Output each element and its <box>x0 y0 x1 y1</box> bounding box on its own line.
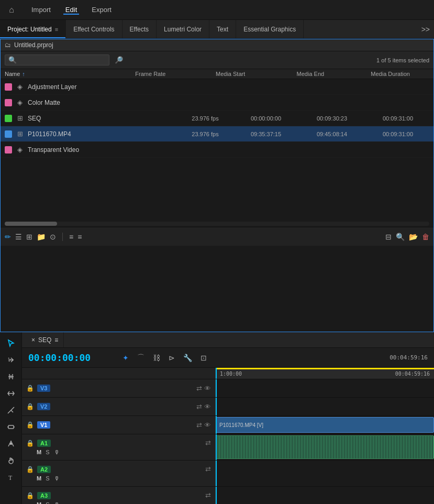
rate-stretch-btn[interactable] <box>4 386 18 401</box>
track-insert-a1[interactable]: ⇄ <box>205 439 211 447</box>
track-content-v2[interactable] <box>216 398 434 415</box>
audio-solo-a1[interactable]: S <box>46 449 49 455</box>
nav-export[interactable]: Export <box>90 5 114 15</box>
track-badge-a2[interactable]: A2 <box>37 466 51 473</box>
captions-tool[interactable]: ⊡ <box>198 352 209 364</box>
search-input[interactable] <box>19 57 103 63</box>
audio-solo-a3[interactable]: S <box>46 501 49 504</box>
tab-lumetri[interactable]: Lumetri Color <box>157 20 209 38</box>
list-item[interactable]: ◈ Color Matte <box>1 95 433 111</box>
tabs-more-btn[interactable]: >> <box>417 20 434 38</box>
track-select-fwd-btn[interactable] <box>4 353 18 367</box>
audio-mic-a1[interactable]: 🎙 <box>54 449 60 455</box>
audio-mute-a3[interactable]: M <box>37 501 41 504</box>
timeline-ruler[interactable]: 1:00:00 00:04:59:16 <box>22 368 434 379</box>
track-content-v3[interactable] <box>216 379 434 397</box>
track-insert-a2[interactable]: ⇄ <box>205 465 211 473</box>
razor-tool-btn[interactable] <box>4 403 18 418</box>
track-badge-v2[interactable]: V2 <box>37 403 50 410</box>
nav-import[interactable]: Import <box>29 5 53 15</box>
track-eye-v3[interactable]: 👁 <box>204 385 211 392</box>
timeline-tab-close[interactable]: × <box>31 336 35 344</box>
link-tool[interactable]: ⛓ <box>151 352 162 364</box>
tab-effects[interactable]: Effects <box>123 20 157 38</box>
icon-view-icon[interactable]: ⊞ <box>26 233 32 241</box>
columns-icon[interactable]: ⊟ <box>385 233 392 241</box>
track-lock-v1[interactable]: 🔒 <box>26 421 34 429</box>
audio-solo-a2[interactable]: S <box>46 475 49 481</box>
add-marker-tool[interactable]: ⌒ <box>135 352 147 364</box>
tab-text[interactable]: Text <box>209 20 236 38</box>
item-color-3 <box>5 115 12 122</box>
list-item[interactable]: ⊞ SEQ 23.976 fps 00:00:00:00 00:09:30:23… <box>1 111 433 126</box>
timeline-tab-seq[interactable]: × SEQ ≡ <box>26 332 64 347</box>
item-name-1: Adjustment Layer <box>28 83 176 91</box>
new-item-icon[interactable]: ✏ <box>5 233 11 241</box>
nav-edit[interactable]: Edit <box>63 5 79 15</box>
list-item[interactable]: ⊞ P1011670.MP4 23.976 fps 09:35:37:15 09… <box>1 126 433 142</box>
align2-icon[interactable]: ≡ <box>77 233 82 241</box>
track-insert-v2[interactable]: ⇄ <box>196 403 202 411</box>
audio-mute-a1[interactable]: M <box>37 449 41 455</box>
audio-label-top-a2: 🔒 A2 ⇄ <box>26 465 211 473</box>
folder-icon-btn[interactable]: 📁 <box>37 233 46 241</box>
filter-icon[interactable]: 🔎 <box>113 55 125 65</box>
track-lock-v2[interactable]: 🔒 <box>26 403 34 410</box>
audio-mic-a3[interactable]: 🎙 <box>54 501 60 504</box>
track-content-a1[interactable] <box>216 434 434 460</box>
hand-tool-btn[interactable] <box>4 453 18 468</box>
clip-a1[interactable] <box>216 435 434 459</box>
h-scrollbar[interactable] <box>5 222 429 226</box>
slip-tool-btn[interactable] <box>4 420 18 434</box>
ripple-edit-btn[interactable] <box>4 369 18 384</box>
track-lock-v3[interactable]: 🔒 <box>26 385 34 392</box>
tab-effect-controls[interactable]: Effect Controls <box>66 20 122 38</box>
item-name-2: Color Matte <box>28 99 176 106</box>
tab-essential-graphics[interactable]: Essential Graphics <box>236 20 304 38</box>
ruler-track[interactable]: 1:00:00 00:04:59:16 <box>216 368 434 379</box>
text-tool-btn[interactable]: T <box>4 470 18 485</box>
track-badge-a3[interactable]: A3 <box>37 492 51 499</box>
playhead[interactable] <box>216 368 217 379</box>
h-scrollbar-thumb[interactable] <box>5 222 57 226</box>
search-icon[interactable]: 🔍 <box>396 233 405 241</box>
track-content-v1[interactable]: P1011670.MP4 [V] <box>216 416 434 434</box>
track-badge-a1[interactable]: A1 <box>37 440 51 447</box>
track-lock-a1[interactable]: 🔒 <box>26 440 34 447</box>
list-header: Name ↑ Frame Rate Media Start Media End … <box>1 69 433 79</box>
track-insert-a3[interactable]: ⇄ <box>205 491 211 499</box>
align-icon[interactable]: ≡ <box>69 233 73 241</box>
list-view-icon[interactable]: ☰ <box>15 233 22 241</box>
select-tool-btn[interactable] <box>4 336 18 350</box>
tab-project-menu[interactable]: ≡ <box>55 26 58 32</box>
timecode-display[interactable]: 00:00:00:00 <box>22 352 116 363</box>
track-badge-v3[interactable]: V3 <box>37 385 50 392</box>
timeline-tab-menu[interactable]: ≡ <box>54 336 58 344</box>
audio-mic-a2[interactable]: 🎙 <box>54 475 60 481</box>
pen-tool-btn[interactable] <box>4 436 18 451</box>
track-content-a3[interactable] <box>216 487 434 504</box>
audio-controls-a3: M S 🎙 <box>26 501 60 504</box>
track-label-v1: 🔒 V1 ⇄ 👁 <box>22 416 216 434</box>
tab-project[interactable]: Project: Untitled ≡ <box>0 20 66 38</box>
track-eye-v2[interactable]: 👁 <box>204 403 211 411</box>
clip-v1[interactable]: P1011670.MP4 [V] <box>216 417 434 433</box>
track-badge-v1[interactable]: V1 <box>37 421 50 429</box>
search-box[interactable]: 🔍 <box>5 54 109 65</box>
track-insert-v1[interactable]: ⇄ <box>196 421 202 429</box>
bin-icon[interactable]: 🗑 <box>422 233 429 241</box>
track-lock-a3[interactable]: 🔒 <box>26 492 34 499</box>
track-content-a2[interactable] <box>216 461 434 486</box>
new-folder-icon[interactable]: 📂 <box>409 233 418 241</box>
track-eye-v1[interactable]: 👁 <box>204 421 211 429</box>
slider-icon[interactable]: ⊙ <box>50 233 56 241</box>
home-icon[interactable]: ⌂ <box>4 3 19 17</box>
list-item[interactable]: ◈ Transparent Video <box>1 142 433 158</box>
list-item[interactable]: ◈ Adjustment Layer <box>1 79 433 95</box>
audio-mute-a2[interactable]: M <box>37 475 41 481</box>
track-lock-a2[interactable]: 🔒 <box>26 466 34 473</box>
insert-tool[interactable]: ⊳ <box>166 352 177 364</box>
track-insert-v3[interactable]: ⇄ <box>196 385 202 392</box>
snap-tool[interactable]: ✦ <box>120 352 131 364</box>
wrench-tool[interactable]: 🔧 <box>181 352 194 364</box>
